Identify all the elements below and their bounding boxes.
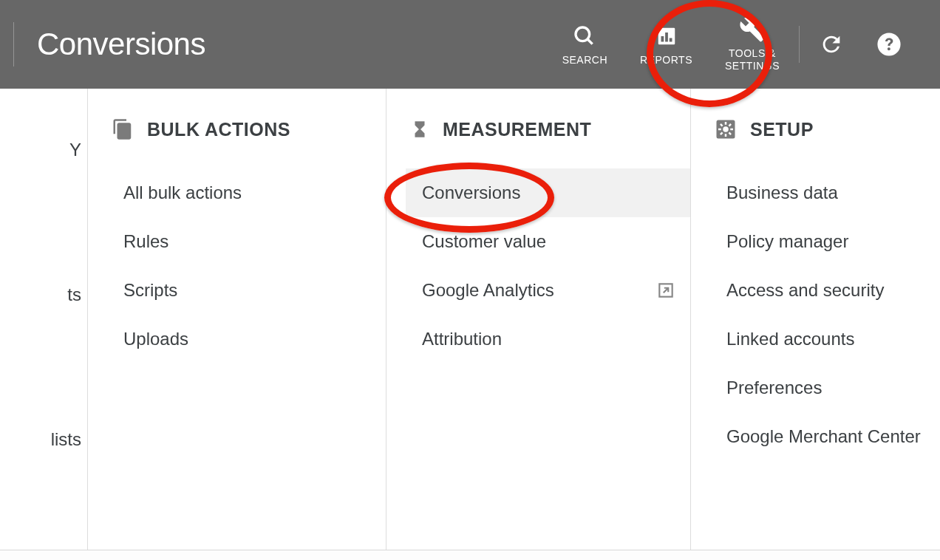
column-heading-setup: SETUP [715,118,940,140]
app-header: Conversions SEARCH REPORTS TOOLS & SETTI… [0,0,940,89]
svg-line-1 [588,39,593,44]
menu-item-partial-0[interactable]: Y [0,126,87,174]
reports-button[interactable]: REPORTS [624,0,709,89]
page-title: Conversions [37,27,205,62]
menu-item-business-data[interactable]: Business data [710,168,940,217]
external-link-icon [656,281,675,300]
reports-icon [655,23,678,49]
svg-rect-12 [718,129,721,131]
svg-rect-4 [665,33,668,42]
svg-point-9 [723,126,729,132]
search-icon [573,23,596,49]
column-heading-bulk-actions: BULK ACTIONS [112,118,386,140]
menu-item-access-security[interactable]: Access and security [710,266,940,315]
wrench-icon [739,16,766,43]
header-left-divider [13,22,14,66]
menu-item-label: Linked accounts [726,328,854,350]
menu-item-label: Preferences [726,377,822,399]
header-actions: SEARCH REPORTS TOOLS & SETTINGS [546,0,940,89]
column-heading-label: SETUP [750,119,814,140]
menu-column-setup: SETUP Business data Policy manager Acces… [690,89,940,560]
menu-column-partial: Y ts lists [0,89,87,560]
menu-item-preferences[interactable]: Preferences [710,363,940,412]
menu-item-attribution[interactable]: Attribution [406,315,690,363]
svg-rect-11 [725,134,727,137]
gear-box-icon [715,118,737,140]
refresh-icon [819,32,844,57]
refresh-button[interactable] [803,0,860,89]
menu-item-linked-accounts[interactable]: Linked accounts [710,315,940,363]
menu-item-conversions[interactable]: Conversions [406,168,690,217]
menu-item-uploads[interactable]: Uploads [107,315,386,363]
search-label: SEARCH [562,54,607,66]
column-heading-measurement: MEASUREMENT [410,118,690,140]
menu-item-all-bulk-actions[interactable]: All bulk actions [107,168,386,217]
menu-item-partial-1[interactable]: ts [0,270,87,319]
menu-item-scripts[interactable]: Scripts [107,266,386,315]
menu-item-label: Conversions [422,182,520,204]
menu-item-label: Business data [726,182,838,204]
hourglass-icon [410,118,429,140]
menu-column-bulk-actions: BULK ACTIONS All bulk actions Rules Scri… [87,89,386,560]
menu-item-label: Google Analytics [422,279,554,301]
menu-item-label: Uploads [123,328,188,350]
tools-settings-button[interactable]: TOOLS & SETTINGS [709,0,796,89]
menu-item-label: ts [67,284,81,306]
menu-item-label: lists [51,428,81,451]
svg-rect-5 [669,38,672,41]
help-button[interactable] [860,0,918,89]
svg-rect-10 [725,122,727,125]
menu-item-label: Policy manager [726,231,848,253]
svg-point-0 [576,27,590,41]
menu-item-label: Attribution [422,328,502,350]
column-heading-label: MEASUREMENT [443,119,591,140]
menu-item-label: Rules [123,231,168,253]
help-icon [876,32,902,57]
menu-item-label: Scripts [123,279,177,301]
menu-item-google-analytics[interactable]: Google Analytics [406,266,690,315]
tools-settings-label: TOOLS & SETTINGS [725,47,780,72]
column-heading-label: BULK ACTIONS [147,119,290,140]
reports-label: REPORTS [640,54,692,66]
menu-item-customer-value[interactable]: Customer value [406,217,690,266]
bottom-border-strip [0,550,940,560]
menu-item-label: All bulk actions [123,182,242,204]
menu-item-partial-2[interactable]: lists [0,415,87,464]
menu-item-google-merchant-center[interactable]: Google Merchant Center [710,412,940,461]
menu-item-label: Google Merchant Center [726,426,921,448]
copy-icon [112,118,134,140]
menu-item-label: Customer value [422,231,546,253]
search-button[interactable]: SEARCH [546,0,624,89]
header-action-divider [799,26,800,63]
svg-rect-3 [661,36,664,42]
menu-column-measurement: MEASUREMENT Conversions Customer value G… [386,89,690,560]
tools-dropdown-panel: Y ts lists BULK ACTIONS All bulk actions… [0,89,940,560]
menu-item-policy-manager[interactable]: Policy manager [710,217,940,266]
menu-item-rules[interactable]: Rules [107,217,386,266]
menu-item-label: Access and security [726,279,884,301]
svg-rect-13 [730,129,733,131]
menu-item-label: Y [69,139,81,161]
